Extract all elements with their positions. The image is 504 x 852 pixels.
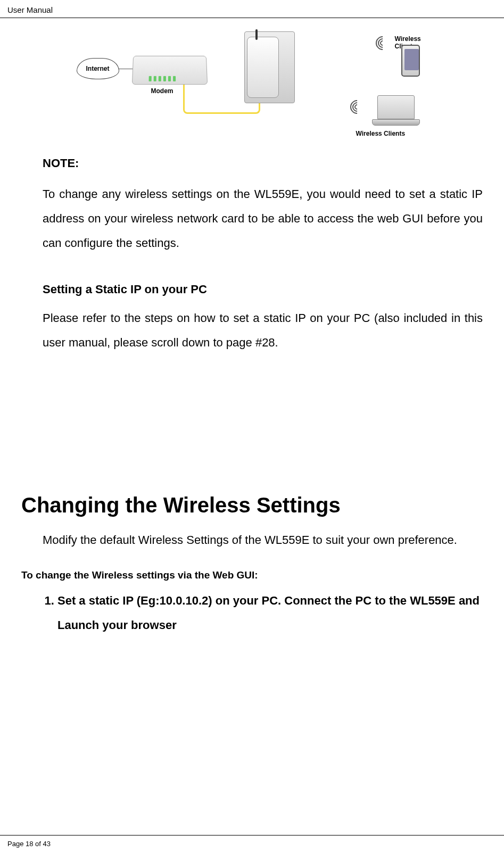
network-diagram: Internet Modem Wireless Clients Wireless…	[61, 23, 444, 140]
internet-cloud-icon: Internet	[77, 58, 119, 79]
cable-line	[118, 69, 133, 69]
page-number: Page 18 of 43	[7, 840, 51, 848]
step-1: Set a static IP (Eg:10.0.10.2) on your P…	[57, 589, 483, 638]
internet-label: Internet	[86, 65, 109, 72]
steps-list: Set a static IP (Eg:10.0.10.2) on your P…	[43, 589, 483, 638]
wifi-signal-icon	[348, 101, 367, 114]
wireless-clients-label-bot: Wireless Clients	[356, 130, 406, 137]
header-title: User Manual	[7, 5, 53, 14]
section-intro: Modify the default Wireless Settings of …	[43, 528, 483, 552]
page-footer: Page 18 of 43	[0, 835, 504, 852]
note-paragraph: To change any wireless settings on the W…	[43, 182, 483, 256]
page-header: User Manual	[0, 0, 504, 18]
modem-icon	[131, 56, 207, 85]
page-content: Internet Modem Wireless Clients Wireless…	[0, 23, 504, 638]
wifi-extender-icon	[247, 37, 279, 98]
wifi-signal-icon	[374, 37, 392, 50]
subsection-heading: To change the Wireless settings via the …	[21, 569, 483, 581]
static-ip-paragraph: Please refer to the steps on how to set …	[43, 306, 483, 355]
laptop-icon	[372, 95, 420, 127]
modem-label: Modem	[151, 87, 173, 95]
changing-wireless-title: Changing the Wireless Settings	[21, 493, 483, 517]
note-heading: NOTE:	[43, 156, 483, 170]
static-ip-heading: Setting a Static IP on your PC	[43, 283, 483, 296]
smartphone-icon	[401, 45, 420, 77]
